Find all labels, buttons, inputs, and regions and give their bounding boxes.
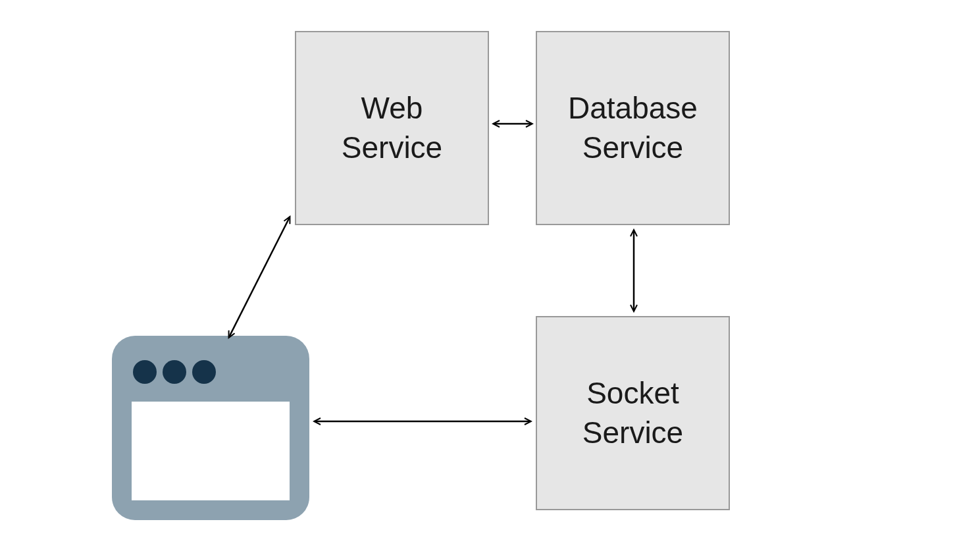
- web-service-node: WebService: [295, 31, 489, 225]
- diagram-canvas: WebService DatabaseService SocketService: [0, 0, 980, 555]
- browser-window-icon: [112, 336, 309, 520]
- svg-point-2: [163, 360, 186, 384]
- socket-service-node: SocketService: [536, 316, 730, 510]
- database-service-label: DatabaseService: [568, 89, 698, 168]
- svg-rect-4: [132, 402, 290, 500]
- database-service-node: DatabaseService: [536, 31, 730, 225]
- web-service-label: WebService: [342, 89, 442, 168]
- socket-service-label: SocketService: [582, 374, 683, 453]
- arrow-browser-web: [229, 217, 290, 337]
- svg-point-1: [133, 360, 157, 384]
- svg-point-3: [192, 360, 216, 384]
